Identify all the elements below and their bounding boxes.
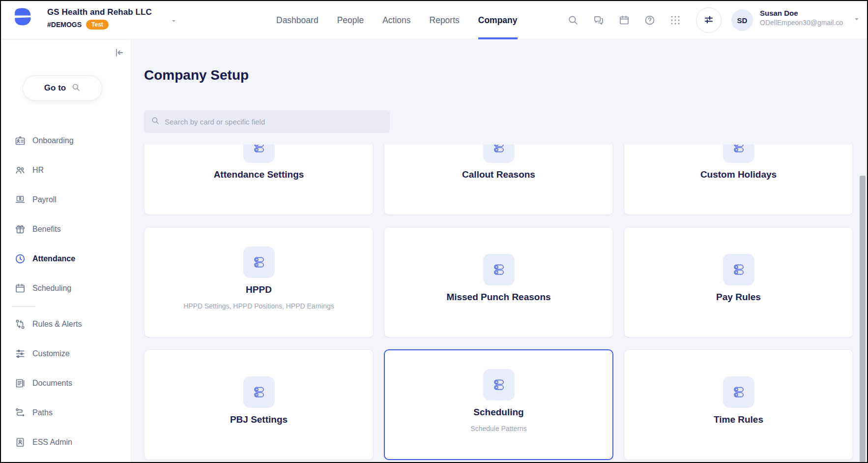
avatar[interactable]: SD	[731, 9, 753, 31]
company-switcher[interactable]: GS Health and Rehab LLC #DEMOGS Test	[13, 7, 177, 30]
search-icon[interactable]	[567, 14, 579, 26]
sidebar-item-paths[interactable]: Paths	[1, 398, 131, 428]
cards-grid: Attendance SettingsCallout ReasonsCustom…	[144, 145, 855, 460]
top-bar: GS Health and Rehab LLC #DEMOGS Test Das…	[1, 1, 867, 39]
card-search-input[interactable]	[165, 118, 383, 126]
apps-grid-icon[interactable]	[669, 14, 681, 26]
workflow-icon	[14, 318, 26, 330]
header-icons	[567, 1, 681, 39]
nav-reports[interactable]: Reports	[430, 1, 460, 39]
setup-card-attendance-settings[interactable]: Attendance Settings	[144, 145, 374, 215]
sidebar: Go to OnboardingHRPayrollBenefitsAttenda…	[1, 40, 131, 462]
empeon-logo-icon	[13, 7, 32, 30]
card-title: Scheduling	[473, 407, 523, 418]
card-title: Callout Reasons	[462, 169, 535, 180]
sidebar-item-label: HR	[32, 166, 44, 175]
toggles-icon	[243, 247, 275, 278]
card-title: PBJ Settings	[230, 414, 288, 425]
nav-dashboard[interactable]: Dashboard	[276, 1, 318, 39]
env-badge: Test	[86, 20, 109, 30]
user-menu[interactable]: Susan Doe ODellEmpeon30@gmail.co	[760, 9, 854, 27]
chevron-down-icon[interactable]	[853, 16, 860, 25]
primary-nav: DashboardPeopleActionsReportsCompany	[276, 1, 518, 39]
sidebar-item-benefits[interactable]: Benefits	[1, 215, 131, 244]
page-title: Company Setup	[144, 67, 249, 83]
card-subtitle: Schedule Patterns	[470, 425, 526, 432]
setup-card-time-rules[interactable]: Time Rules	[624, 349, 853, 460]
sidebar-item-label: Customize	[32, 349, 70, 358]
toggles-icon	[483, 369, 515, 401]
sliders-icon	[703, 14, 715, 27]
setup-card-pbj-settings[interactable]: PBJ Settings	[144, 349, 374, 460]
calendar-icon[interactable]	[618, 14, 630, 26]
setup-card-hppd[interactable]: HPPDHPPD Settings, HPPD Positions, HPPD …	[144, 227, 374, 338]
gift-icon	[14, 223, 26, 235]
setup-card-callout-reasons[interactable]: Callout Reasons	[384, 145, 613, 215]
scrollbar-thumb[interactable]	[860, 176, 866, 462]
collapse-sidebar-icon[interactable]	[113, 47, 125, 59]
search-icon	[71, 83, 81, 93]
id-card-icon	[14, 135, 26, 147]
card-search	[144, 110, 390, 133]
sidebar-divider	[1, 303, 131, 309]
card-title: Missed Punch Reasons	[446, 292, 550, 303]
sidebar-item-label: Scheduling	[32, 284, 71, 293]
sidebar-item-label: Onboarding	[32, 136, 74, 145]
card-title: Attendance Settings	[214, 169, 304, 180]
main-content: Company Setup Attendance SettingsCallout…	[132, 40, 867, 462]
company-code: #DEMOGS	[47, 21, 82, 29]
goto-search-button[interactable]: Go to	[23, 75, 102, 101]
toggles-icon	[243, 145, 275, 163]
sidebar-item-rules-alerts[interactable]: Rules & Alerts	[1, 309, 131, 339]
sidebar-item-customize[interactable]: Customize	[1, 339, 131, 369]
sidebar-item-label: Attendance	[32, 254, 75, 263]
sidebar-item-hr[interactable]: HR	[1, 155, 131, 185]
sidebar-item-label: Benefits	[32, 225, 61, 234]
sidebar-item-attendance[interactable]: Attendance	[1, 244, 131, 274]
document-icon	[14, 377, 26, 389]
card-subtitle: HPPD Settings, HPPD Positions, HPPD Earn…	[183, 302, 334, 310]
payroll-laptop-icon	[14, 194, 26, 206]
sidebar-item-onboarding[interactable]: Onboarding	[1, 126, 131, 155]
setup-card-custom-holidays[interactable]: Custom Holidays	[624, 145, 853, 215]
clock-icon	[14, 253, 26, 265]
setup-card-pay-rules[interactable]: Pay Rules	[624, 227, 853, 338]
nav-actions[interactable]: Actions	[382, 1, 410, 39]
toggles-icon	[483, 254, 515, 285]
people-icon	[14, 164, 26, 176]
quick-settings-button[interactable]	[696, 7, 722, 33]
setup-card-scheduling[interactable]: SchedulingSchedule Patterns	[384, 349, 613, 460]
app-window: GS Health and Rehab LLC #DEMOGS Test Das…	[0, 0, 868, 463]
sidebar-item-label: Paths	[32, 408, 53, 417]
company-name: GS Health and Rehab LLC	[47, 7, 152, 17]
sidebar-item-ess-admin[interactable]: ESS Admin	[1, 428, 131, 457]
sidebar-item-scheduling[interactable]: Scheduling	[1, 274, 131, 303]
toggles-icon	[483, 145, 515, 163]
toggles-icon	[723, 376, 754, 408]
card-title: HPPD	[246, 284, 272, 295]
calendar-icon	[14, 282, 26, 294]
sidebar-item-payroll[interactable]: Payroll	[1, 185, 131, 215]
path-icon	[14, 407, 26, 419]
card-title: Custom Holidays	[700, 169, 777, 180]
sidebar-item-label: Rules & Alerts	[32, 320, 82, 329]
toggles-icon	[723, 145, 754, 163]
cards-scroll-area: Attendance SettingsCallout ReasonsCustom…	[144, 145, 855, 462]
nav-company[interactable]: Company	[478, 1, 518, 39]
sidebar-item-label: ESS Admin	[32, 438, 72, 447]
nav-people[interactable]: People	[337, 1, 364, 39]
sidebar-item-documents[interactable]: Documents	[1, 369, 131, 398]
toggles-icon	[243, 376, 275, 408]
user-email: ODellEmpeon30@gmail.co	[760, 19, 854, 27]
badge-person-icon	[14, 436, 26, 448]
chevron-down-icon	[171, 17, 177, 26]
card-title: Pay Rules	[716, 292, 761, 303]
sidebar-item-label: Payroll	[32, 195, 57, 204]
sliders-dots-icon	[14, 348, 26, 360]
chat-icon[interactable]	[593, 14, 605, 26]
sidebar-item-label: Documents	[32, 379, 72, 388]
setup-card-missed-punch-reasons[interactable]: Missed Punch Reasons	[384, 227, 613, 338]
help-icon[interactable]	[644, 14, 656, 26]
sidebar-nav: OnboardingHRPayrollBenefitsAttendanceSch…	[1, 126, 131, 457]
search-icon	[151, 116, 160, 127]
